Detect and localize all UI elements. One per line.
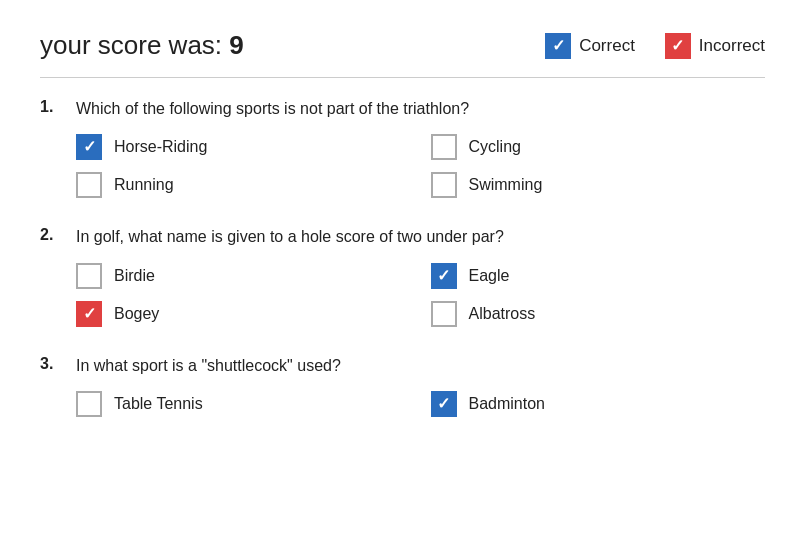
options-grid-1: ✓Horse-RidingCyclingRunningSwimming (76, 134, 765, 198)
checkmark-icon-red: ✓ (671, 38, 684, 54)
legend-correct: ✓ Correct (545, 33, 635, 59)
question-number-3: 3. (40, 355, 76, 373)
correct-checkbox-icon: ✓ (545, 33, 571, 59)
option-label-2-2: Eagle (469, 267, 510, 285)
option-checkbox-2-2[interactable]: ✓ (431, 263, 457, 289)
option-label-1-1: Horse-Riding (114, 138, 207, 156)
option-label-1-4: Swimming (469, 176, 543, 194)
question-row-2: 2.In golf, what name is given to a hole … (40, 226, 765, 248)
option-checkbox-2-4[interactable] (431, 301, 457, 327)
option-checkbox-2-1[interactable] (76, 263, 102, 289)
question-block-2: 2.In golf, what name is given to a hole … (40, 226, 765, 326)
option-checkbox-1-1[interactable]: ✓ (76, 134, 102, 160)
questions-container: 1.Which of the following sports is not p… (40, 98, 765, 417)
legend-incorrect: ✓ Incorrect (665, 33, 765, 59)
option-2-1[interactable]: Birdie (76, 263, 411, 289)
option-2-2[interactable]: ✓Eagle (431, 263, 766, 289)
option-2-3[interactable]: ✓Bogey (76, 301, 411, 327)
option-checkbox-3-2[interactable]: ✓ (431, 391, 457, 417)
option-2-4[interactable]: Albatross (431, 301, 766, 327)
score-value: 9 (229, 30, 243, 60)
score-title: your score was: 9 (40, 30, 244, 61)
header: your score was: 9 ✓ Correct ✓ Incorrect (40, 20, 765, 78)
checkmark-symbol: ✓ (437, 396, 450, 412)
incorrect-checkbox-icon: ✓ (665, 33, 691, 59)
checkmark-icon: ✓ (552, 38, 565, 54)
option-1-1[interactable]: ✓Horse-Riding (76, 134, 411, 160)
question-text-1: Which of the following sports is not par… (76, 98, 469, 120)
option-label-2-1: Birdie (114, 267, 155, 285)
question-text-3: In what sport is a "shuttlecock" used? (76, 355, 341, 377)
question-text-2: In golf, what name is given to a hole sc… (76, 226, 504, 248)
checkmark-symbol: ✓ (437, 268, 450, 284)
question-row-1: 1.Which of the following sports is not p… (40, 98, 765, 120)
option-label-1-2: Cycling (469, 138, 521, 156)
option-3-2[interactable]: ✓Badminton (431, 391, 766, 417)
option-label-2-3: Bogey (114, 305, 159, 323)
question-row-3: 3.In what sport is a "shuttlecock" used? (40, 355, 765, 377)
options-grid-3: Table Tennis✓Badminton (76, 391, 765, 417)
option-label-3-1: Table Tennis (114, 395, 203, 413)
option-checkbox-2-3[interactable]: ✓ (76, 301, 102, 327)
option-label-2-4: Albatross (469, 305, 536, 323)
option-1-2[interactable]: Cycling (431, 134, 766, 160)
question-block-3: 3.In what sport is a "shuttlecock" used?… (40, 355, 765, 417)
question-number-1: 1. (40, 98, 76, 116)
incorrect-label: Incorrect (699, 36, 765, 56)
option-checkbox-1-4[interactable] (431, 172, 457, 198)
checkmark-symbol: ✓ (83, 139, 96, 155)
correct-label: Correct (579, 36, 635, 56)
option-1-4[interactable]: Swimming (431, 172, 766, 198)
option-label-1-3: Running (114, 176, 174, 194)
options-grid-2: Birdie✓Eagle✓BogeyAlbatross (76, 263, 765, 327)
question-block-1: 1.Which of the following sports is not p… (40, 98, 765, 198)
option-1-3[interactable]: Running (76, 172, 411, 198)
option-checkbox-3-1[interactable] (76, 391, 102, 417)
option-checkbox-1-2[interactable] (431, 134, 457, 160)
checkmark-symbol: ✓ (83, 306, 96, 322)
legend: ✓ Correct ✓ Incorrect (545, 33, 765, 59)
question-number-2: 2. (40, 226, 76, 244)
score-label: your score was: (40, 30, 222, 60)
option-label-3-2: Badminton (469, 395, 546, 413)
option-3-1[interactable]: Table Tennis (76, 391, 411, 417)
option-checkbox-1-3[interactable] (76, 172, 102, 198)
